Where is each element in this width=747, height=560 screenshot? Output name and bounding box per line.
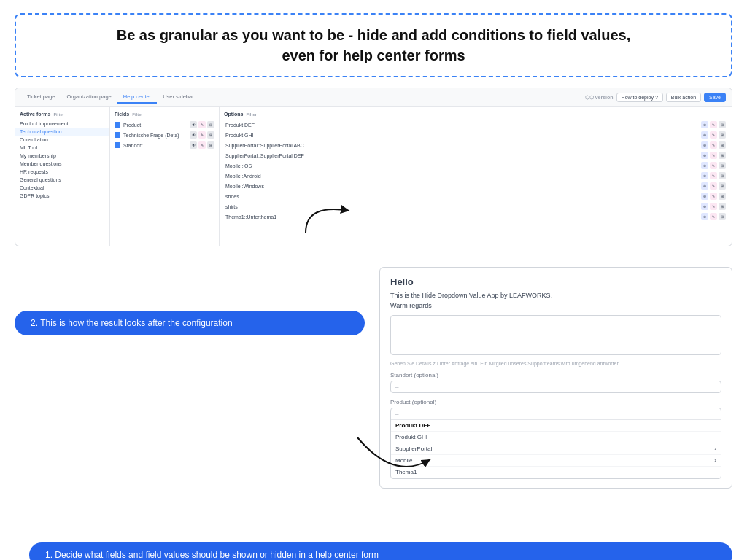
form-item-member-questions[interactable]: Member questions [15,160,109,168]
field-item-technische[interactable]: Technische Frage (Deta) 👁 ✎ ⊞ [110,130,219,140]
field-checkbox-product [115,122,120,128]
field-item-product[interactable]: Product 👁 ✎ ⊞ [110,120,219,130]
app-body: Active forms Filter Product improvement … [15,107,732,246]
form-item-gdpr-topics[interactable]: GDPR topics [15,192,109,200]
option-action-7-2[interactable]: ✎ [710,192,717,200]
option-action-6-2[interactable]: ✎ [710,182,717,190]
form-item-consultation[interactable]: Consultation [15,136,109,144]
option-action-1-3[interactable]: ⊞ [719,131,726,139]
field-action-edit[interactable]: ✎ [198,121,206,128]
fields-header: Fields Filter [110,110,219,120]
option-action-8-3[interactable]: ⊞ [719,203,726,210]
app-screenshot: Ticket page Organization page Help cente… [15,88,732,246]
page-wrapper: Be as granular as you want to be - hide … [0,0,747,560]
form-item-ml-tool[interactable]: ML Tool [15,144,109,152]
field-action-delete[interactable]: ⊞ [207,121,214,128]
standort-label: Standort (optional) [390,372,721,378]
option-action-4-3[interactable]: ⊞ [719,162,726,169]
leafworks-logo: ⬡⬡ version [585,95,614,101]
option-action-4-2[interactable]: ✎ [710,162,717,169]
bulk-action-button[interactable]: Bulk action [666,93,701,102]
option-item-9[interactable]: Thema1::Unterthema1 ⊕ ✎ ⊞ [220,211,732,222]
option-action-3-3[interactable]: ⊞ [719,152,726,159]
chevron-right-icon-2: › [714,457,716,464]
option-action-3-2[interactable]: ✎ [710,152,717,159]
field-action-delete-2[interactable]: ⊞ [207,131,214,139]
field-action-eye[interactable]: 👁 [190,121,197,128]
option-item-4[interactable]: Mobile::iOS ⊕ ✎ ⊞ [220,160,732,171]
option-action-1-2[interactable]: ✎ [710,131,717,139]
form-preview-textarea[interactable] [390,315,721,355]
option-action-6-3[interactable]: ⊞ [719,182,726,190]
how-to-deploy-button[interactable]: How to deploy ? [616,93,663,102]
field-item-standort[interactable]: Standort 👁 ✎ ⊞ [110,140,219,150]
option-action-9-3[interactable]: ⊞ [719,213,726,220]
dropdown-item-1[interactable]: Produkt GHI [391,432,721,443]
tab-user-sidebar[interactable]: User sidebar [157,91,200,104]
option-item-6[interactable]: Mobile::Windows ⊕ ✎ ⊞ [220,181,732,191]
dropdown-item-2[interactable]: SupplierPortal › [391,443,721,455]
form-item-hr-requests[interactable]: HR requests [15,168,109,176]
option-action-7-1[interactable]: ⊕ [701,192,708,200]
option-action-6-1[interactable]: ⊕ [701,182,708,190]
option-item-7[interactable]: shoes ⊕ ✎ ⊞ [220,191,732,201]
option-action-7-3[interactable]: ⊞ [719,192,726,200]
field-action-eye-2[interactable]: 👁 [190,131,197,139]
option-action-5-3[interactable]: ⊞ [719,172,726,179]
fields-filter[interactable]: Filter [132,112,143,117]
option-action-8-1[interactable]: ⊕ [701,203,708,210]
option-action-2-3[interactable]: ⊞ [719,141,726,149]
form-item-product-improvement[interactable]: Product improvement [15,120,109,128]
option-action-2-1[interactable]: ⊕ [701,141,708,149]
save-button[interactable]: Save [704,93,726,102]
tab-ticket-page[interactable]: Ticket page [21,91,61,104]
form-item-my-membership[interactable]: My membership [15,152,109,160]
bubble-1: 1. Decide what fields and field values s… [29,542,732,560]
field-action-edit-3[interactable]: ✎ [198,141,206,149]
option-item-8[interactable]: shirts ⊕ ✎ ⊞ [220,201,732,211]
standort-select[interactable]: – [390,381,721,393]
form-item-general-questions[interactable]: General questions [15,176,109,184]
app-tabs: Ticket page Organization page Help cente… [21,91,200,104]
app-header-right: ⬡⬡ version How to deploy ? Bulk action S… [585,93,726,102]
product-dropdown[interactable]: – Produkt DEF Produkt GHI SupplierPortal… [390,408,721,479]
option-action-9-1[interactable]: ⊕ [701,213,708,220]
form-item-contextual[interactable]: Contextual [15,184,109,192]
form-item-technical-question[interactable]: Technical question [15,128,109,136]
options-header: Options Filter [220,110,732,120]
fields-column: Fields Filter Product 👁 ✎ ⊞ [110,107,220,246]
active-forms-filter[interactable]: Filter [53,112,64,117]
option-item-1[interactable]: Produkt GHI ⊕ ✎ ⊞ [220,130,732,140]
option-action-1-1[interactable]: ⊕ [701,131,708,139]
field-action-edit-2[interactable]: ✎ [198,131,206,139]
option-action-2-2[interactable]: ✎ [710,141,717,149]
option-action-8-2[interactable]: ✎ [710,203,717,210]
tab-organization-page[interactable]: Organization page [61,91,117,104]
field-actions-product: 👁 ✎ ⊞ [190,121,214,128]
options-filter[interactable]: Filter [246,112,257,117]
option-item-5[interactable]: Mobile::Android ⊕ ✎ ⊞ [220,171,732,181]
field-action-delete-3[interactable]: ⊞ [207,141,214,149]
option-action-0-3[interactable]: ⊞ [719,121,726,128]
app-header: Ticket page Organization page Help cente… [15,88,732,107]
dropdown-item-3[interactable]: Mobile › [391,455,721,467]
form-preview-hello: Hello [390,276,721,287]
option-action-4-1[interactable]: ⊕ [701,162,708,169]
option-action-3-1[interactable]: ⊕ [701,152,708,159]
option-action-0-2[interactable]: ✎ [710,121,717,128]
option-item-0[interactable]: Produkt DEF ⊕ ✎ ⊞ [220,120,732,130]
option-item-3[interactable]: SupplierPortal::SupplierPortal DEF ⊕ ✎ ⊞ [220,150,732,160]
field-action-eye-3[interactable]: 👁 [190,141,197,149]
field-checkbox-technische [115,132,120,138]
option-action-0-1[interactable]: ⊕ [701,121,708,128]
product-label: Product (optional) [390,399,721,405]
field-checkbox-standort [115,142,120,148]
tab-help-center[interactable]: Help center [117,91,157,104]
option-action-5-1[interactable]: ⊕ [701,172,708,179]
dropdown-item-4[interactable]: Thema1 [391,467,721,478]
options-column: Options Filter Produkt DEF ⊕ ✎ ⊞ Produkt… [220,107,732,246]
dropdown-item-0[interactable]: Produkt DEF [391,420,721,432]
option-action-9-2[interactable]: ✎ [710,213,717,220]
option-item-2[interactable]: SupplierPortal::SupplierPortal ABC ⊕ ✎ ⊞ [220,140,732,150]
option-action-5-2[interactable]: ✎ [710,172,717,179]
